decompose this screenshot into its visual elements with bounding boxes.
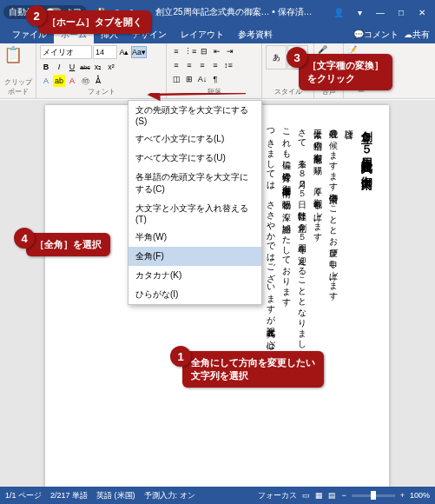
highlight-button[interactable]: ab bbox=[53, 75, 65, 87]
status-lang[interactable]: 英語 (米国) bbox=[96, 490, 135, 501]
focus-button[interactable]: フォーカス bbox=[258, 490, 297, 501]
doc-line: 謹啓 bbox=[341, 123, 357, 453]
justify-icon[interactable]: ≡ bbox=[209, 59, 221, 71]
italic-button[interactable]: I bbox=[53, 61, 65, 73]
badge-2: 2 bbox=[26, 5, 47, 26]
case-lower[interactable]: すべて小文字にする(L) bbox=[129, 129, 261, 149]
show-marks-icon[interactable]: ¶ bbox=[209, 73, 221, 85]
ruby-button[interactable]: A̽ bbox=[92, 75, 104, 87]
status-predict[interactable]: 予測入力: オン bbox=[144, 490, 195, 501]
case-hiragana[interactable]: ひらがな(I) bbox=[129, 285, 261, 304]
numbering-icon[interactable]: ⋮≡ bbox=[183, 45, 197, 57]
tab-layout[interactable]: レイアウト bbox=[174, 26, 231, 43]
style-normal[interactable]: あ bbox=[266, 45, 287, 70]
window-title: 創立25周年記念式典の御案… • 保存済… bbox=[139, 6, 329, 18]
change-case-button[interactable]: Aa▾ bbox=[131, 46, 147, 58]
case-toggle[interactable]: 大文字と小文字を入れ替える(T) bbox=[129, 199, 261, 228]
case-halfwidth[interactable]: 半角(W) bbox=[129, 228, 261, 247]
sup-button[interactable]: x² bbox=[105, 61, 117, 73]
change-case-dropdown: 文の先頭文字を大文字にする(S) すべて小文字にする(L) すべて大文字にする(… bbox=[128, 100, 262, 305]
doc-line: 残暑の候 ますます御清栄のこととお慶び申し上げます bbox=[326, 123, 341, 453]
status-page[interactable]: 1/1 ページ bbox=[5, 490, 42, 501]
doc-line: つきましては ささやかではございますが記念式典と心ばかりの bbox=[263, 123, 279, 453]
case-fullwidth[interactable]: 全角(F) bbox=[129, 247, 261, 266]
close-icon[interactable]: ✕ bbox=[412, 8, 432, 17]
callout-4: ［全角］を選択 bbox=[26, 233, 110, 256]
ribbon-opts-icon[interactable]: ▾ bbox=[350, 8, 369, 17]
view-read-icon[interactable]: ▭ bbox=[302, 491, 310, 500]
tab-references[interactable]: 参考資料 bbox=[231, 26, 280, 43]
align-right-icon[interactable]: ≡ bbox=[196, 59, 208, 71]
indent-dec-icon[interactable]: ⇤ bbox=[211, 45, 223, 57]
zoom-level[interactable]: 100% bbox=[410, 491, 430, 500]
doc-line: 平素は格別の御高配を賜り 厚く御礼申し上げます bbox=[310, 123, 326, 453]
dictate-icon[interactable]: 🎤 bbox=[318, 45, 339, 54]
tab-share[interactable]: ☁共有 bbox=[404, 29, 430, 41]
align-left-icon[interactable]: ≡ bbox=[170, 59, 182, 71]
shading-icon[interactable]: ◫ bbox=[170, 73, 182, 85]
enclose-button[interactable]: ㊞ bbox=[79, 75, 91, 87]
view-web-icon[interactable]: ▤ bbox=[328, 491, 336, 500]
doc-title: 創立２５周年記念式典の御案内 bbox=[357, 123, 377, 453]
paste-button[interactable]: 📋 bbox=[3, 45, 32, 64]
callout-1: 全角にして方向を変更したい 文字列を選択 bbox=[182, 351, 324, 388]
badge-3: 3 bbox=[287, 47, 307, 68]
doc-line: さて 来る８月２５日 弊社は創立２５周年を迎えることとなりました bbox=[294, 123, 310, 453]
sub-button[interactable]: x₂ bbox=[92, 61, 104, 73]
maximize-icon[interactable]: □ bbox=[392, 8, 411, 17]
zoom-slider[interactable] bbox=[352, 494, 395, 497]
case-capitalize[interactable]: 各単語の先頭文字を大文字にする(C) bbox=[129, 168, 261, 199]
effects-button[interactable]: A bbox=[40, 75, 52, 87]
line-spacing-icon[interactable]: ↕≡ bbox=[222, 59, 234, 71]
view-print-icon[interactable]: ▦ bbox=[315, 491, 323, 500]
editor-icon[interactable]: 📝 bbox=[347, 45, 375, 54]
font-name[interactable]: メイリオ bbox=[40, 45, 92, 59]
statusbar: 1/1 ページ 2/217 単語 英語 (米国) 予測入力: オン フォーカス … bbox=[0, 487, 435, 504]
align-center-icon[interactable]: ≡ bbox=[183, 59, 195, 71]
group-font: フォント bbox=[40, 87, 162, 96]
tab-comment[interactable]: 💬コメント bbox=[353, 29, 399, 41]
bullets-icon[interactable]: ≡ bbox=[170, 45, 182, 57]
font-size[interactable]: 14 bbox=[93, 45, 117, 59]
sort-icon[interactable]: A↓ bbox=[196, 73, 208, 85]
doc-line: これも偏に皆様方の御支援御厚情の賜物と深く感謝いたしております bbox=[279, 123, 294, 453]
callout-2: ［ホーム］タブを開く bbox=[38, 10, 151, 34]
case-sentence[interactable]: 文の先頭文字を大文字にする(S) bbox=[129, 101, 261, 129]
case-katakana[interactable]: カタカナ(K) bbox=[129, 266, 261, 285]
case-upper[interactable]: すべて大文字にする(U) bbox=[129, 149, 261, 168]
indent-inc-icon[interactable]: ⇥ bbox=[224, 45, 236, 57]
zoom-in-icon[interactable]: + bbox=[400, 491, 405, 500]
strike-button[interactable]: abc bbox=[79, 61, 91, 73]
multilevel-icon[interactable]: ⊟ bbox=[198, 45, 210, 57]
grow-font-icon[interactable]: A▴ bbox=[118, 46, 130, 58]
callout-3: ［文字種の変換］ をクリック bbox=[299, 54, 392, 90]
bold-button[interactable]: B bbox=[40, 61, 52, 73]
font-color-button[interactable]: A bbox=[66, 75, 78, 87]
user-avatar[interactable]: 👤 bbox=[329, 8, 348, 17]
underline-button[interactable]: U bbox=[66, 61, 78, 73]
borders-icon[interactable]: ⊞ bbox=[183, 73, 195, 85]
zoom-out-icon[interactable]: − bbox=[341, 491, 346, 500]
status-words[interactable]: 2/217 単語 bbox=[50, 490, 88, 501]
group-clipboard: クリップボード bbox=[3, 77, 32, 96]
group-paragraph: 段落 bbox=[170, 87, 258, 96]
minimize-icon[interactable]: — bbox=[371, 8, 390, 17]
badge-1: 1 bbox=[170, 346, 191, 367]
badge-4: 4 bbox=[14, 228, 35, 249]
